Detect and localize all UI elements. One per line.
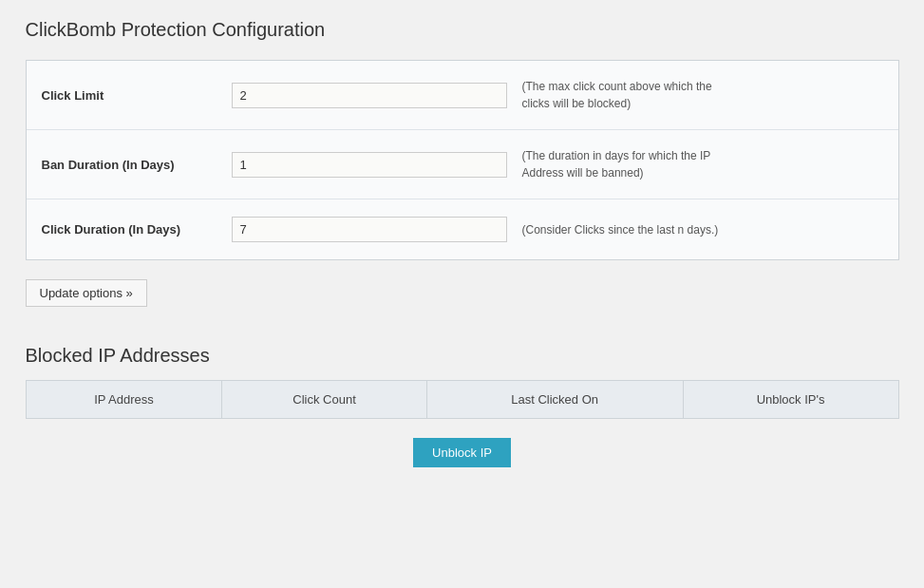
ban-duration-input[interactable] [232, 152, 507, 178]
config-table: Click Limit (The max click count above w… [26, 60, 899, 260]
blocked-section: Blocked IP Addresses IP Address Click Co… [26, 345, 899, 467]
page-wrapper: ClickBomb Protection Configuration Click… [26, 19, 899, 467]
table-header-row: IP Address Click Count Last Clicked On U… [26, 381, 898, 419]
col-last-clicked: Last Clicked On [426, 381, 683, 419]
click-limit-hint: (The max click count above which the cli… [522, 78, 731, 112]
col-ip-address: IP Address [26, 381, 222, 419]
click-limit-input[interactable] [232, 83, 507, 108]
click-duration-label: Click Duration (In Days) [42, 222, 232, 237]
unblock-ip-button[interactable]: Unblock IP [413, 438, 511, 467]
config-section-title: ClickBomb Protection Configuration [26, 19, 899, 45]
config-row-ban-duration: Ban Duration (In Days) (The duration in … [27, 130, 898, 199]
click-duration-input[interactable] [232, 217, 507, 242]
config-row-click-limit: Click Limit (The max click count above w… [27, 61, 898, 130]
update-options-button[interactable]: Update options » [26, 279, 147, 307]
col-click-count: Click Count [222, 381, 426, 419]
ban-duration-label: Ban Duration (In Days) [42, 158, 232, 172]
blocked-ip-table: IP Address Click Count Last Clicked On U… [26, 380, 899, 419]
col-unblock-ips: Unblock IP's [683, 381, 898, 419]
click-duration-hint: (Consider Clicks since the last n days.) [522, 221, 719, 238]
blocked-section-title: Blocked IP Addresses [26, 345, 899, 367]
ban-duration-hint: (The duration in days for which the IP A… [522, 147, 731, 181]
click-limit-label: Click Limit [42, 88, 232, 103]
config-row-click-duration: Click Duration (In Days) (Consider Click… [27, 199, 898, 259]
